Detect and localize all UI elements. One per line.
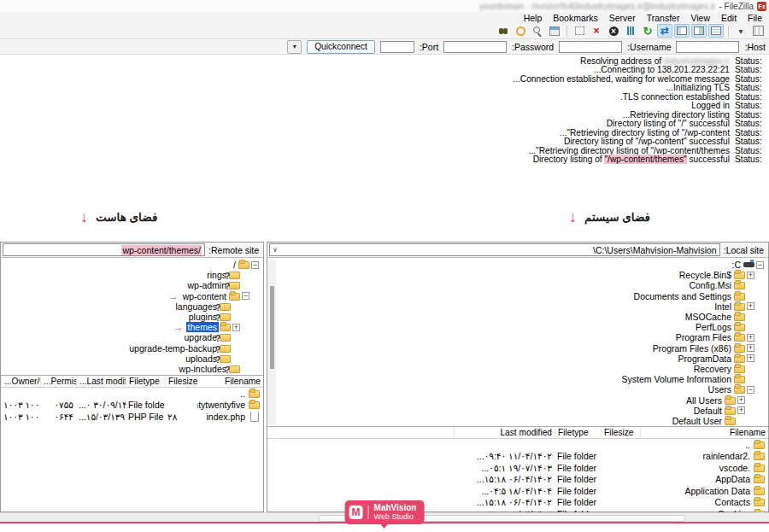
menu-help[interactable]: Help: [524, 13, 543, 23]
tree-item-intel[interactable]: Intel+: [278, 301, 768, 312]
tree-item-wp-admin[interactable]: wp-admin: [1, 280, 263, 290]
column-header-filesize[interactable]: Filesize: [165, 377, 197, 386]
tree-item-documents-and-settings[interactable]: Documents and Settings: [278, 291, 768, 301]
tree-item-recycle-bin[interactable]: Recycle.Bin$+: [278, 270, 768, 280]
tree-item-default-user[interactable]: Default User: [278, 416, 768, 426]
tree-item-perflogs[interactable]: PerfLogs: [278, 322, 768, 332]
collapse-icon[interactable]: −: [747, 386, 754, 394]
tree-item-upgrade-temp-backup[interactable]: upgrade-temp-backup: [1, 343, 263, 354]
remote-path-combobox[interactable]: wp-content/themes/: [3, 243, 205, 256]
local-path-combobox[interactable]: ∨ \C:\Users\Mahvision-Mahvision: [269, 243, 720, 256]
tree-item-default[interactable]: Default+: [278, 406, 768, 416]
badge-line1: MahVision: [374, 503, 417, 512]
tree-item-all-users[interactable]: All Users+: [278, 395, 768, 405]
tree-scrollbar[interactable]: [268, 260, 276, 424]
tree-item-plugins[interactable]: plugins: [1, 312, 263, 322]
tree-item-upgrade[interactable]: upgrade: [1, 332, 263, 342]
tree-item-program-files-x86[interactable]: Program Files (x86)+: [278, 343, 768, 354]
tree-item-wp-content[interactable]: →wp-content−: [1, 291, 263, 301]
collapse-icon[interactable]: −: [242, 292, 249, 300]
badge-line2: Web Studio: [374, 512, 414, 521]
directory-comparison-icon[interactable]: [513, 24, 528, 38]
annotation-system-text: فضای سیستم: [584, 210, 650, 224]
tree-item-uploads[interactable]: uploads: [1, 354, 263, 364]
column-header-filename[interactable]: Filenameˆ: [197, 377, 263, 386]
tree-item-rings[interactable]: rings: [1, 270, 263, 280]
menu-server[interactable]: Server: [609, 13, 636, 23]
expand-icon[interactable]: +: [737, 396, 745, 404]
file-row-appdata[interactable]: ...۱۵:۱۸ ۰۶/۰۴/۱۴۰۲File folderAppData: [267, 474, 768, 486]
toggle-local-tree-icon[interactable]: [674, 24, 690, 38]
collapse-icon[interactable]: −: [251, 261, 259, 269]
tree-item-c[interactable]: :C−: [278, 260, 768, 270]
filename-filters-icon[interactable]: [547, 24, 562, 38]
menu-file[interactable]: File: [748, 13, 762, 23]
file-row-index-php[interactable]: ۱۰۰۳ ۱۰۰۱۰۶۴۴...۱۵/۰۳/۱۳۹۳PHP File۲۸inde…: [1, 411, 263, 423]
process-queue-icon[interactable]: [623, 24, 638, 38]
quickconnect-dropdown-icon[interactable]: ▾: [287, 40, 302, 54]
file-row-vscode[interactable]: ...۰۵:۱ ۱۹/۰۷/۱۴۰۳File foldervscode.: [267, 462, 768, 474]
menu-edit[interactable]: Edit: [721, 13, 737, 23]
column-header-filetype[interactable]: Filetype: [126, 377, 165, 386]
tree-item-users[interactable]: Users−: [278, 384, 768, 395]
host-input[interactable]: [676, 41, 739, 53]
status-label: Status:: [735, 155, 769, 164]
folder-icon: [734, 385, 745, 394]
tree-item-msocache[interactable]: MSOCache: [278, 312, 768, 322]
tree-item-themes[interactable]: →themes+: [1, 322, 263, 332]
column-header-filename[interactable]: Filenameˆ: [640, 428, 768, 437]
disconnect-icon[interactable]: [589, 24, 604, 38]
column-header-filetype[interactable]: Filetype: [555, 428, 601, 437]
site-manager-dropdown-icon[interactable]: [733, 24, 748, 38]
tree-item-program-files[interactable]: Program Files+: [278, 332, 768, 342]
expand-icon[interactable]: +: [747, 272, 754, 279]
column-header-last-modifi[interactable]: ...Last modifi: [76, 377, 126, 386]
menu-transfer[interactable]: Transfer: [647, 13, 680, 23]
expand-icon[interactable]: +: [747, 302, 754, 310]
column-header-owner-gr[interactable]: ...Owner/Gr: [1, 377, 40, 386]
expand-icon[interactable]: +: [737, 406, 745, 414]
file-row-rainlendar2[interactable]: ...۰۹:۴۰ ۱۱/۰۴/۱۴۰۲File folderrainlendar…: [267, 451, 768, 463]
username-input[interactable]: [559, 41, 622, 53]
tree-item-system-volume-information[interactable]: System Volume Information: [278, 374, 768, 384]
scrollbar-thumb[interactable]: [270, 286, 274, 369]
expand-icon[interactable]: +: [747, 334, 754, 342]
toggle-message-log-icon[interactable]: [708, 24, 724, 38]
tree-item-programdata[interactable]: ProgramData+: [278, 354, 768, 364]
quickconnect-button[interactable]: Quickconnect: [307, 40, 375, 54]
password-input[interactable]: [443, 41, 507, 53]
tree-item-wp-includes[interactable]: wp-includes: [1, 364, 263, 374]
file-row-application-data[interactable]: ...۰۴:۵ ۱۸/۰۴/۱۴۰۴File folderApplication…: [267, 485, 768, 497]
tree-item-recovery[interactable]: Recovery: [278, 364, 768, 374]
file-row-item[interactable]: ..: [1, 388, 263, 400]
site-manager-icon[interactable]: [750, 24, 766, 38]
column-header-filesize[interactable]: Filesize: [601, 428, 640, 437]
column-header-last-modified[interactable]: Last modified: [454, 428, 555, 437]
menu-view[interactable]: View: [690, 13, 710, 23]
search-remote-files-icon[interactable]: [530, 24, 545, 38]
tree-item-languages[interactable]: languages: [1, 301, 263, 312]
tree-item-label: /: [232, 260, 238, 270]
annotation-system-space: ↓ فضای سیستم: [569, 209, 650, 225]
chevron-down-icon[interactable]: ∨: [273, 246, 278, 254]
folder-icon: [734, 365, 745, 373]
expand-icon[interactable]: +: [747, 344, 754, 352]
cancel-operation-icon[interactable]: [606, 24, 621, 38]
file-row-twentytwentyfive[interactable]: ۱۰۰۳ ۱۰۰۱۰۷۵۵...۰ ۳۰/۰۹/۱۴۰۳File foldert…: [1, 400, 263, 412]
file-row-item[interactable]: ..: [267, 439, 768, 451]
folder-icon: [754, 441, 765, 449]
tree-item-config-msi[interactable]: Config.Msi: [278, 280, 768, 290]
column-header-permissi[interactable]: ...Permissi: [40, 377, 76, 386]
port-input[interactable]: [380, 41, 414, 53]
synchronized-browsing-icon[interactable]: [657, 24, 672, 38]
expand-icon[interactable]: +: [747, 354, 754, 362]
refresh-icon[interactable]: [640, 24, 655, 38]
collapse-icon[interactable]: −: [756, 261, 764, 269]
find-files-icon[interactable]: [496, 24, 511, 38]
menu-bookmarks[interactable]: Bookmarks: [553, 13, 598, 23]
tree-item-item[interactable]: /−: [1, 260, 263, 270]
reconnect-icon[interactable]: [572, 24, 587, 38]
expand-icon[interactable]: +: [232, 324, 240, 331]
file-row-contacts[interactable]: ...۱۵:۱۸ ۰۶/۰۴/۱۴۰۲File folderContacts: [267, 497, 768, 509]
toggle-remote-tree-icon[interactable]: [691, 24, 707, 38]
